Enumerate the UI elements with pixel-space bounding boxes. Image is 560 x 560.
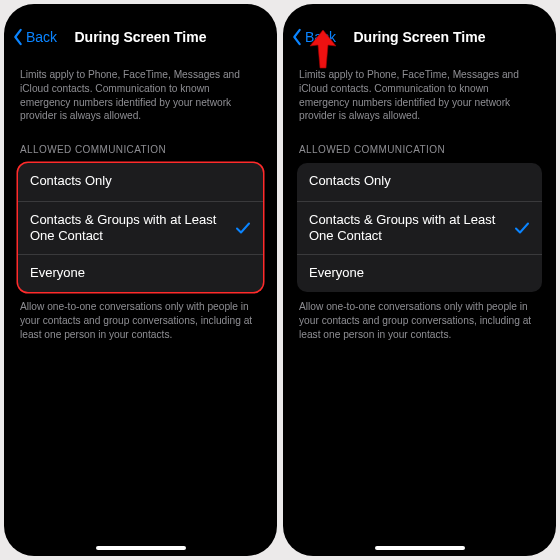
option-everyone[interactable]: Everyone [18, 254, 263, 292]
chevron-left-icon [12, 28, 24, 46]
back-button[interactable]: Back [291, 28, 336, 46]
option-label: Everyone [309, 265, 364, 281]
back-label: Back [305, 29, 336, 45]
footer-text: Allow one-to-one conversations only with… [297, 292, 542, 341]
nav-bar: Back During Screen Time [283, 4, 556, 56]
chevron-left-icon [291, 28, 303, 46]
option-label: Everyone [30, 265, 85, 281]
option-label: Contacts & Groups with at Least One Cont… [309, 212, 497, 245]
footer-text: Allow one-to-one conversations only with… [18, 292, 263, 341]
option-contacts-groups[interactable]: Contacts & Groups with at Least One Cont… [18, 201, 263, 255]
intro-text: Limits apply to Phone, FaceTime, Message… [297, 56, 542, 123]
section-header: ALLOWED COMMUNICATION [297, 123, 542, 163]
option-label: Contacts & Groups with at Least One Cont… [30, 212, 218, 245]
home-indicator[interactable] [96, 546, 186, 550]
option-contacts-groups[interactable]: Contacts & Groups with at Least One Cont… [297, 201, 542, 255]
content: Limits apply to Phone, FaceTime, Message… [4, 56, 277, 341]
phone-left: Back During Screen Time Limits apply to … [4, 4, 277, 556]
phone-right: Back During Screen Time Limits apply to … [283, 4, 556, 556]
option-label: Contacts Only [30, 173, 112, 189]
options-group: Contacts Only Contacts & Groups with at … [297, 163, 542, 293]
option-label: Contacts Only [309, 173, 391, 189]
checkmark-icon [514, 220, 530, 236]
intro-text: Limits apply to Phone, FaceTime, Message… [18, 56, 263, 123]
checkmark-icon [235, 220, 251, 236]
nav-bar: Back During Screen Time [4, 4, 277, 56]
back-label: Back [26, 29, 57, 45]
back-button[interactable]: Back [12, 28, 57, 46]
section-header: ALLOWED COMMUNICATION [18, 123, 263, 163]
content: Limits apply to Phone, FaceTime, Message… [283, 56, 556, 341]
option-contacts-only[interactable]: Contacts Only [297, 163, 542, 201]
option-everyone[interactable]: Everyone [297, 254, 542, 292]
options-group: Contacts Only Contacts & Groups with at … [18, 163, 263, 293]
option-contacts-only[interactable]: Contacts Only [18, 163, 263, 201]
home-indicator[interactable] [375, 546, 465, 550]
